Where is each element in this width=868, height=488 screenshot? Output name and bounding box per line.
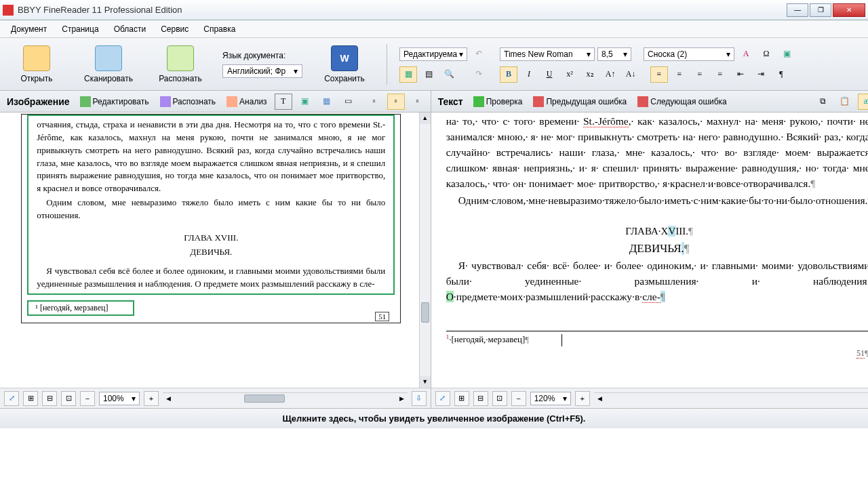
scan-button[interactable]: Сканировать bbox=[79, 45, 138, 83]
text-region-1[interactable]: отчаяния, стыда, страха и ненависти в эт… bbox=[27, 115, 395, 295]
save-button[interactable]: W Сохранить bbox=[315, 45, 374, 83]
scanner-icon bbox=[95, 45, 122, 71]
text-hscroll[interactable]: ◀ ▶ bbox=[594, 392, 868, 404]
zoom-in-button[interactable]: + bbox=[144, 391, 159, 406]
symbol-icon[interactable]: Ω bbox=[757, 46, 775, 62]
highlight-icon[interactable]: A bbox=[737, 46, 755, 62]
text-tool-icon[interactable]: T bbox=[275, 94, 292, 110]
menu-page[interactable]: Страница bbox=[55, 22, 105, 36]
grid3-button[interactable]: ⊡ bbox=[61, 391, 76, 406]
folder-icon bbox=[23, 45, 50, 71]
zoom-select[interactable]: 120%▾ bbox=[530, 392, 571, 405]
grid2-button[interactable]: ⊟ bbox=[473, 391, 488, 406]
image-vscroll[interactable]: ▲ ▼ bbox=[419, 113, 431, 388]
menu-areas[interactable]: Области bbox=[107, 22, 153, 36]
status-text: Щелкните здесь, чтобы увидеть увеличенно… bbox=[283, 413, 586, 424]
grid3-button[interactable]: ⊡ bbox=[492, 391, 507, 406]
text-pane-header: Текст Проверка Предыдущая ошибка Следующ… bbox=[431, 91, 868, 113]
menu-document[interactable]: Документ bbox=[4, 22, 54, 36]
grid2-button[interactable]: ⊟ bbox=[42, 391, 57, 406]
page-down-icon[interactable]: ⇩ bbox=[412, 391, 427, 406]
minimize-button[interactable]: — bbox=[787, 3, 808, 17]
scanned-page[interactable]: отчаяния, стыда, страха и ненависти в эт… bbox=[21, 114, 401, 323]
zoom-in-button[interactable]: + bbox=[575, 391, 590, 406]
image-tool-icon[interactable]: ▣ bbox=[296, 94, 314, 110]
italic-button[interactable]: I bbox=[520, 66, 538, 83]
footnote-region[interactable]: ¹ [негодяй, мерзавец] bbox=[27, 300, 134, 316]
underline-button[interactable]: U bbox=[540, 66, 558, 83]
recognize-area-button[interactable]: Распознать bbox=[157, 94, 220, 109]
analyze-icon bbox=[226, 96, 237, 107]
table-tool-icon[interactable]: ▦ bbox=[318, 94, 336, 110]
language-label: Язык документа: bbox=[222, 51, 302, 60]
language-group: Язык документа: Английский; Фр▾ bbox=[222, 51, 302, 78]
scroll-down-icon[interactable]: ▼ bbox=[420, 376, 431, 388]
window-title: BBYY FineReader 11 Professional Edition bbox=[18, 5, 785, 15]
open-button[interactable]: Открыть bbox=[7, 45, 66, 83]
align-justify-button[interactable]: ≡ bbox=[711, 66, 729, 83]
paste-icon[interactable]: 📋 bbox=[836, 94, 854, 110]
indent-right-button[interactable]: ⇥ bbox=[752, 66, 770, 83]
edit-mode-select[interactable]: Редактируема▾ bbox=[399, 47, 467, 61]
titlebar: BBYY FineReader 11 Professional Edition … bbox=[0, 0, 868, 20]
shrink-font-button[interactable]: A↓ bbox=[622, 66, 639, 83]
fit-button[interactable]: ⤢ bbox=[4, 391, 19, 406]
grid1-button[interactable]: ⊞ bbox=[23, 391, 38, 406]
area3-icon[interactable]: ▫ bbox=[409, 94, 427, 110]
image-hscroll[interactable]: ◀ ▶ bbox=[163, 392, 408, 404]
zoom-out-button[interactable]: − bbox=[511, 391, 526, 406]
analyze-button[interactable]: Анализ bbox=[223, 94, 271, 109]
font-select[interactable]: Times New Roman▾ bbox=[500, 47, 595, 61]
page-number-region[interactable]: 51 bbox=[375, 312, 389, 321]
recognize-icon bbox=[160, 96, 171, 107]
scroll-up-icon[interactable]: ▲ bbox=[420, 113, 431, 124]
next-error-button[interactable]: Следующая ошибка bbox=[634, 94, 730, 109]
image-icon[interactable]: ▣ bbox=[778, 46, 795, 62]
view1-button[interactable]: ▦ bbox=[399, 66, 417, 83]
image-pane-header: Изображение Редактировать Распознать Ана… bbox=[0, 91, 431, 113]
text-zoom-bar: ⤢ ⊞ ⊟ ⊡ − 120%▾ + ◀ ▶ ⇩ bbox=[431, 388, 868, 408]
fontsize-select[interactable]: 8,5▾ bbox=[597, 47, 631, 61]
grid1-button[interactable]: ⊞ bbox=[454, 391, 469, 406]
recognize-button[interactable]: Распознать bbox=[151, 45, 210, 83]
language-select[interactable]: Английский; Фр▾ bbox=[222, 64, 302, 78]
align-center-button[interactable]: ≡ bbox=[671, 66, 688, 83]
zoom-select[interactable]: 100%▾ bbox=[99, 392, 140, 405]
menu-help[interactable]: Справка bbox=[197, 22, 242, 36]
align-right-button[interactable]: ≡ bbox=[691, 66, 709, 83]
recognize-icon bbox=[167, 45, 194, 71]
text-cursor bbox=[561, 334, 562, 346]
text-pane-title: Текст bbox=[435, 96, 466, 107]
verify-button[interactable]: Проверка bbox=[470, 94, 526, 109]
undo-button[interactable]: ↶ bbox=[470, 46, 488, 62]
redo-button[interactable]: ↷ bbox=[470, 66, 488, 83]
prev-error-button[interactable]: Предыдущая ошибка bbox=[530, 94, 630, 109]
indent-left-button[interactable]: ⇤ bbox=[732, 66, 749, 83]
image-pane-title: Изображение bbox=[4, 96, 73, 107]
view2-button[interactable]: ▤ bbox=[420, 66, 437, 83]
text-pane: Текст Проверка Предыдущая ошибка Следующ… bbox=[431, 91, 868, 408]
mode1-icon[interactable]: æ bbox=[858, 94, 869, 110]
paragraph-button[interactable]: ¶ bbox=[772, 66, 790, 83]
search-icon[interactable]: 🔍 bbox=[440, 66, 458, 83]
prev-flag-icon bbox=[533, 96, 544, 107]
grow-font-button[interactable]: A↑ bbox=[601, 66, 619, 83]
close-button[interactable]: ✕ bbox=[833, 3, 865, 17]
scroll-thumb[interactable] bbox=[421, 302, 429, 323]
copy-icon[interactable]: ⧉ bbox=[814, 94, 832, 110]
select-tool-icon[interactable]: ▭ bbox=[340, 94, 357, 110]
status-bar[interactable]: Щелкните здесь, чтобы увидеть увеличенно… bbox=[0, 408, 868, 428]
area1-icon[interactable]: ▫ bbox=[366, 94, 383, 110]
edit-image-button[interactable]: Редактировать bbox=[77, 94, 153, 109]
align-left-button[interactable]: ≡ bbox=[650, 66, 668, 83]
fit-button[interactable]: ⤢ bbox=[435, 391, 450, 406]
menu-tools[interactable]: Сервис bbox=[154, 22, 195, 36]
subscript-button[interactable]: x₂ bbox=[581, 66, 599, 83]
superscript-button[interactable]: x² bbox=[561, 66, 578, 83]
bold-button[interactable]: B bbox=[500, 66, 517, 83]
zoom-out-button[interactable]: − bbox=[80, 391, 95, 406]
maximize-button[interactable]: ❐ bbox=[810, 3, 831, 17]
area2-icon[interactable]: ▫ bbox=[387, 94, 405, 110]
style-select[interactable]: Сноска (2)▾ bbox=[644, 47, 734, 61]
text-body[interactable]: на· то,· что· с· того· времени· St.-Jérô… bbox=[431, 113, 868, 388]
